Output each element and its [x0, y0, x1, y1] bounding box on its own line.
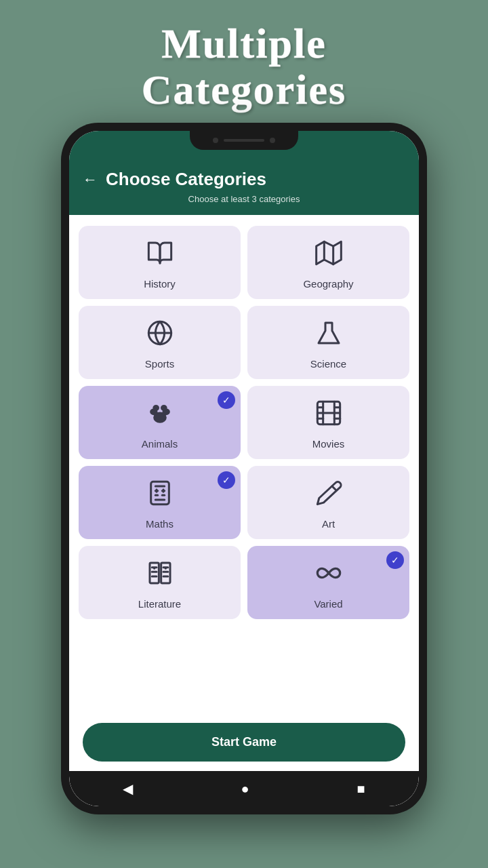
speaker-bar	[224, 139, 264, 142]
header-title: Choose Categories	[106, 169, 266, 190]
category-card-geography[interactable]: Geography	[247, 226, 409, 299]
map-icon	[315, 239, 342, 273]
app-header: ← Choose Categories Choose at least 3 ca…	[69, 161, 419, 215]
literature-icon	[146, 559, 174, 593]
categories-grid: HistoryGeographySportsScienceAnimals✓Mov…	[79, 226, 409, 619]
category-card-literature[interactable]: Literature	[79, 546, 241, 619]
category-card-maths[interactable]: Maths✓	[79, 466, 241, 539]
category-label-movies: Movies	[312, 438, 345, 450]
categories-container: HistoryGeographySportsScienceAnimals✓Mov…	[69, 215, 419, 712]
infinity-icon	[315, 559, 342, 593]
category-label-maths: Maths	[146, 518, 174, 530]
category-card-history[interactable]: History	[79, 226, 241, 299]
camera-dot	[213, 138, 218, 143]
category-card-animals[interactable]: Animals✓	[79, 386, 241, 459]
bottom-area: Start Game	[69, 712, 419, 771]
paw-icon	[146, 399, 174, 433]
notch	[190, 131, 298, 150]
film-icon	[315, 399, 342, 433]
header-subtitle: Choose at least 3 categories	[83, 194, 405, 204]
category-card-sports[interactable]: Sports	[79, 306, 241, 379]
nav-home-icon[interactable]: ●	[241, 781, 249, 797]
category-label-history: History	[144, 278, 176, 290]
back-button[interactable]: ←	[83, 171, 98, 189]
category-label-geography: Geography	[303, 278, 353, 290]
flask-icon	[315, 319, 342, 353]
nav-back-icon[interactable]: ◀	[123, 781, 133, 797]
phone-shell: ← Choose Categories Choose at least 3 ca…	[61, 123, 427, 814]
nav-bar: ◀ ● ■	[69, 771, 419, 806]
category-label-science: Science	[310, 358, 346, 370]
category-card-science[interactable]: Science	[247, 306, 409, 379]
category-label-sports: Sports	[145, 358, 174, 370]
book-icon	[146, 239, 174, 273]
category-card-art[interactable]: Art	[247, 466, 409, 539]
category-card-movies[interactable]: Movies	[247, 386, 409, 459]
calculator-icon	[146, 479, 174, 513]
brush-icon	[315, 479, 342, 513]
category-label-literature: Literature	[138, 598, 181, 610]
check-badge-animals: ✓	[218, 391, 235, 409]
page-title: Multiple Categories	[142, 20, 346, 113]
nav-recents-icon[interactable]: ■	[357, 781, 365, 797]
start-game-button[interactable]: Start Game	[83, 723, 405, 762]
check-badge-varied: ✓	[386, 551, 404, 569]
camera-dot-2	[270, 138, 275, 143]
category-card-varied[interactable]: Varied✓	[247, 546, 409, 619]
phone-screen: ← Choose Categories Choose at least 3 ca…	[69, 131, 419, 806]
category-label-animals: Animals	[142, 438, 178, 450]
category-label-art: Art	[322, 518, 335, 530]
notch-bar	[69, 131, 419, 161]
check-badge-maths: ✓	[218, 471, 235, 489]
sports-icon	[146, 319, 174, 353]
category-label-varied: Varied	[314, 598, 342, 610]
